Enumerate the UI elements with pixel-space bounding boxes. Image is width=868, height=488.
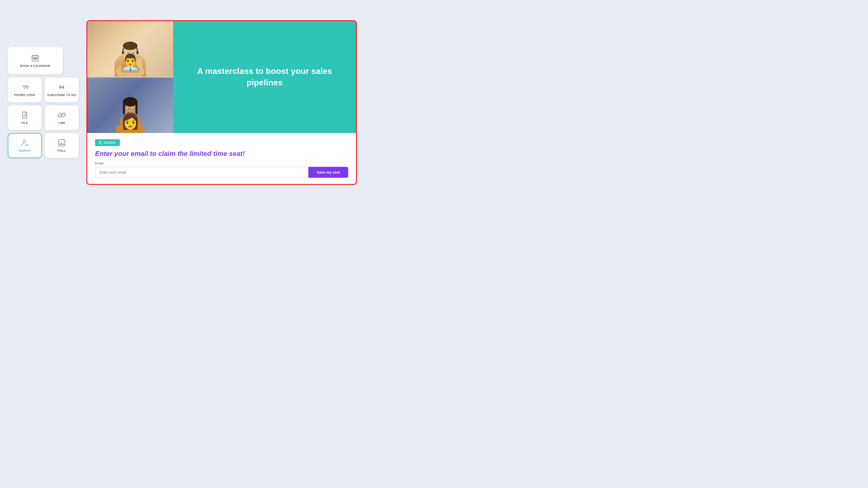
svg-point-13	[23, 140, 26, 142]
svg-point-42	[127, 108, 129, 109]
sidebar-item-link[interactable]: LINK	[45, 105, 79, 130]
sidebar-item-label-poll: POLL	[58, 149, 66, 152]
svg-rect-20	[121, 60, 139, 73]
svg-point-45	[99, 141, 101, 143]
sidebar-item-file[interactable]: FILE	[8, 105, 42, 130]
email-input-row: Save my seat	[95, 167, 348, 178]
svg-point-9	[62, 87, 64, 88]
svg-line-33	[141, 59, 142, 60]
signup-section: SIGNUP Enter your email to claim the lim…	[87, 133, 356, 184]
svg-point-28	[132, 52, 134, 53]
svg-point-37	[123, 97, 137, 106]
banner-headline: A masterclass to boost your sales pipeli…	[184, 66, 346, 88]
save-seat-button[interactable]: Save my seat	[308, 167, 348, 178]
email-label: Email	[95, 161, 348, 165]
sidebar-item-label-link: LINK	[58, 121, 65, 124]
sidebar-item-label-subscribe-api: SUBSCRIBE TO API	[47, 93, 76, 97]
signup-tab-label: SIGNUP	[104, 141, 116, 144]
sidebar: BOOK A CALENDAR PROMO CODE SUBSCRIBE TO …	[8, 47, 79, 158]
sidebar-item-label-file: FILE	[21, 121, 28, 124]
sidebar-item-signup[interactable]: SIGNUP	[8, 133, 42, 158]
video-woman	[87, 77, 173, 133]
sidebar-item-subscribe-api[interactable]: SUBSCRIBE TO API	[45, 77, 79, 102]
signup-tab-icon	[99, 141, 102, 144]
svg-rect-39	[135, 101, 137, 114]
svg-point-34	[116, 123, 145, 133]
svg-rect-6	[36, 58, 37, 59]
sidebar-item-poll[interactable]: POLL	[45, 133, 79, 158]
banner: A masterclass to boost your sales pipeli…	[87, 21, 356, 133]
sidebar-item-label-signup: SIGNUP	[19, 149, 30, 152]
signup-headline: Enter your email to claim the limited ti…	[95, 150, 348, 158]
sidebar-row-1: PROMO CODE SUBSCRIBE TO API	[8, 77, 79, 102]
sidebar-item-book-calendar[interactable]: BOOK A CALENDAR	[8, 47, 62, 74]
svg-rect-24	[136, 51, 138, 54]
svg-line-31	[138, 59, 139, 60]
signup-tab: SIGNUP	[95, 139, 120, 146]
svg-rect-23	[122, 51, 124, 54]
svg-line-30	[137, 60, 138, 61]
svg-rect-5	[35, 58, 36, 59]
sidebar-item-label-book-calendar: BOOK A CALENDAR	[20, 64, 50, 67]
svg-point-44	[128, 115, 135, 120]
main-preview: A masterclass to boost your sales pipeli…	[87, 20, 357, 185]
svg-rect-35	[120, 117, 140, 131]
sidebar-row-2: FILE LINK	[8, 105, 79, 130]
banner-text-area: A masterclass to boost your sales pipeli…	[173, 21, 356, 133]
svg-point-8	[60, 87, 61, 88]
sidebar-row-3: SIGNUP POLL	[8, 133, 79, 158]
banner-images	[87, 21, 173, 133]
email-row: Email Save my seat	[95, 161, 348, 178]
svg-rect-38	[123, 101, 125, 114]
video-man	[87, 21, 173, 76]
email-input[interactable]	[95, 167, 308, 178]
svg-rect-4	[33, 58, 34, 59]
svg-line-32	[140, 58, 141, 60]
sidebar-item-promo-code[interactable]: PROMO CODE	[8, 77, 42, 102]
svg-point-27	[127, 52, 129, 53]
sidebar-row-0: BOOK A CALENDAR	[8, 47, 79, 74]
sidebar-item-label-promo-code: PROMO CODE	[14, 93, 35, 97]
svg-point-43	[132, 108, 134, 109]
